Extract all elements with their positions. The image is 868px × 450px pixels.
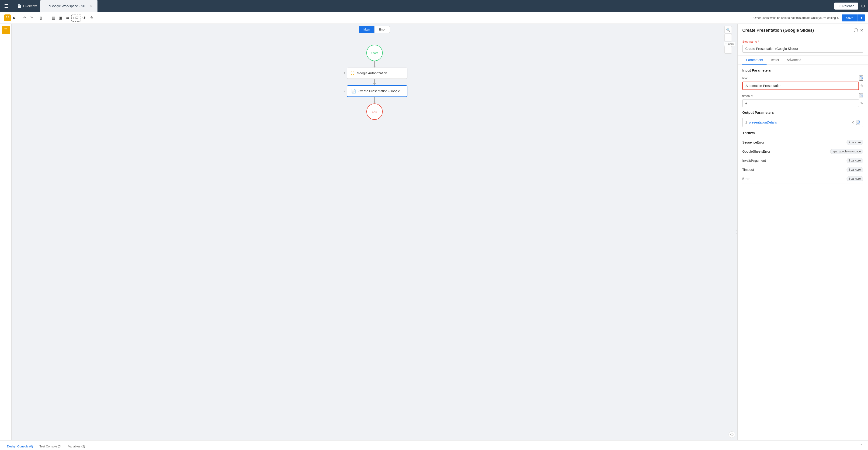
zoom-out-btn[interactable]: − bbox=[724, 46, 732, 54]
canvas-tabs: Main Error bbox=[359, 26, 390, 33]
throw-row: GoogleSheetsError irpa_googleworkspace bbox=[742, 147, 863, 156]
tab-parameters[interactable]: Parameters bbox=[742, 56, 767, 65]
panel-drag-handle[interactable] bbox=[735, 227, 737, 237]
swap-btn[interactable]: ⇄ bbox=[65, 14, 71, 21]
throws-section: Throws SequenceError irpa_core GoogleShe… bbox=[742, 131, 863, 184]
zoom-in-btn[interactable]: + bbox=[724, 34, 732, 41]
throw-badge: irpa_core bbox=[846, 140, 863, 145]
cut-btn[interactable]: □ bbox=[44, 15, 50, 21]
throw-badge: irpa_core bbox=[846, 176, 863, 181]
sidebar-btn-workflow[interactable]: ☷ bbox=[2, 26, 10, 34]
canvas-controls: 🔍 + ~ 100% − bbox=[724, 26, 735, 54]
output-item-value: presentationDetails bbox=[749, 121, 849, 124]
connector-1 bbox=[374, 61, 375, 66]
zoom-level: ~ 100% bbox=[724, 42, 735, 46]
upload-icon: ⇧ bbox=[838, 4, 841, 8]
toolbar-group-clipboard: ▯ □ ▤ ▣ ⇄ □▽ 👁 🗑 bbox=[37, 14, 97, 22]
workspace-icon: ☷ bbox=[44, 4, 47, 8]
bottom-tab-design[interactable]: Design Console (0) bbox=[4, 443, 36, 450]
canvas-tab-error[interactable]: Error bbox=[375, 26, 390, 33]
title-param-label-row: title: ⓘ bbox=[742, 75, 863, 81]
main-layout: ☷ Main Error 🔍 + ~ 100% − Start 1 bbox=[0, 24, 868, 440]
panel-info-btn[interactable]: ⓘ bbox=[854, 28, 858, 33]
eye-btn[interactable]: 👁 bbox=[81, 15, 88, 21]
step-name-input[interactable] bbox=[742, 45, 863, 53]
bottom-tabs: Design Console (0) Test Console (0) Vari… bbox=[0, 440, 868, 450]
output-params-section: Output Parameters 2 presentationDetails … bbox=[742, 110, 863, 127]
collapse-btn[interactable]: ⌃ bbox=[859, 442, 864, 449]
required-indicator: * bbox=[758, 40, 759, 43]
throw-name: GoogleSheetsError bbox=[742, 150, 770, 153]
title-param-input[interactable] bbox=[743, 82, 859, 90]
select-btn[interactable]: □▽ bbox=[71, 14, 81, 22]
tab-tester[interactable]: Tester bbox=[767, 56, 783, 65]
step2-node[interactable]: 📄 Create Presentation (Google... bbox=[347, 85, 407, 97]
step2-icon: 📄 bbox=[351, 89, 356, 94]
run-btn[interactable]: ▶ bbox=[11, 14, 17, 21]
toolbar-group-add: ☷ ▶ bbox=[3, 14, 19, 21]
copy-btn[interactable]: ▯ bbox=[38, 14, 43, 21]
output-item-num: 2 bbox=[745, 121, 747, 124]
toolbar-group-history: ↶ ↷ bbox=[20, 14, 36, 21]
canvas-info-btn[interactable]: ⓘ bbox=[728, 431, 735, 438]
paste-btn[interactable]: ▤ bbox=[50, 14, 57, 21]
arrow-3 bbox=[373, 102, 376, 103]
connector-2 bbox=[374, 79, 375, 84]
timeout-param-input[interactable] bbox=[742, 99, 859, 107]
step-name-label: Step name * bbox=[742, 40, 863, 43]
delete-btn[interactable]: 🗑 bbox=[88, 15, 95, 21]
undo-btn[interactable]: ↶ bbox=[21, 14, 28, 21]
input-params-title: Input Parameters bbox=[742, 68, 863, 72]
throw-row: Error irpa_core bbox=[742, 174, 863, 184]
tab-advanced[interactable]: Advanced bbox=[783, 56, 805, 65]
search-canvas-btn[interactable]: 🔍 bbox=[724, 26, 732, 34]
nav-tab-workspace[interactable]: ☷ *Google Workspace - Sli... ✕ bbox=[40, 0, 97, 12]
save-button[interactable]: Save bbox=[842, 14, 858, 22]
timeout-param-block: timeout: ⓘ ✎ bbox=[742, 93, 863, 107]
panel-header: Create Presentation (Google Slides) ⓘ ✕ bbox=[738, 24, 868, 37]
flow-step-1: 1 ☷ Google Authorization bbox=[342, 68, 407, 79]
top-nav: ☰ 📄 Overview ☷ *Google Workspace - Sli..… bbox=[0, 0, 868, 12]
drag-dot-3 bbox=[736, 233, 737, 234]
output-clear-btn[interactable]: ✕ bbox=[851, 120, 854, 125]
output-params-title: Output Parameters bbox=[742, 110, 863, 115]
frame-btn[interactable]: ▣ bbox=[57, 14, 64, 21]
bottom-tab-test-label: Test Console (0) bbox=[39, 445, 62, 448]
flow-container: Start 1 ☷ Google Authorization 2 📄 Creat… bbox=[12, 38, 737, 440]
timeout-param-label-row: timeout: ⓘ bbox=[742, 93, 863, 98]
panel-close-btn[interactable]: ✕ bbox=[860, 28, 863, 33]
redo-btn[interactable]: ↷ bbox=[28, 14, 34, 21]
step1-node[interactable]: ☷ Google Authorization bbox=[347, 68, 407, 79]
hamburger-menu[interactable]: ☰ bbox=[3, 2, 10, 10]
end-node[interactable]: End bbox=[366, 103, 383, 120]
add-activity-btn[interactable]: ☷ bbox=[4, 14, 11, 21]
title-param-block: title: ⓘ ✎ bbox=[742, 75, 863, 90]
arrow-2 bbox=[373, 84, 376, 85]
bottom-tab-test[interactable]: Test Console (0) bbox=[36, 443, 65, 450]
workspace-tab-label: *Google Workspace - Sli... bbox=[49, 4, 87, 8]
timeout-param-edit-btn[interactable]: ✎ bbox=[860, 101, 863, 105]
drag-dot-2 bbox=[736, 232, 737, 232]
throw-name: Timeout bbox=[742, 168, 754, 171]
title-param-info[interactable]: ⓘ bbox=[859, 75, 863, 81]
throw-row: SequenceError irpa_core bbox=[742, 138, 863, 147]
timeout-param-label: timeout: bbox=[742, 94, 753, 98]
step2-label: Create Presentation (Google... bbox=[359, 89, 403, 93]
throw-badge: irpa_core bbox=[846, 158, 863, 163]
timeout-param-input-row: ✎ bbox=[742, 99, 863, 107]
start-node[interactable]: Start bbox=[366, 45, 383, 61]
timeout-param-info[interactable]: ⓘ bbox=[859, 93, 863, 98]
nav-tab-overview[interactable]: 📄 Overview bbox=[13, 0, 40, 12]
overview-label: Overview bbox=[23, 4, 37, 8]
release-button[interactable]: ⇧ Release bbox=[834, 3, 858, 9]
save-dropdown-btn[interactable]: ▼ bbox=[858, 14, 865, 22]
title-param-edit-btn[interactable]: ✎ bbox=[860, 84, 863, 88]
close-tab-btn[interactable]: ✕ bbox=[89, 4, 94, 8]
canvas-tab-main[interactable]: Main bbox=[359, 26, 374, 33]
bottom-tab-variables[interactable]: Variables (2) bbox=[65, 443, 88, 450]
throw-badge: irpa_googleworkspace bbox=[830, 149, 863, 154]
drag-dot-1 bbox=[736, 230, 737, 231]
output-info-btn[interactable]: ⓘ bbox=[856, 120, 860, 125]
settings-button[interactable]: ⚙ bbox=[861, 3, 865, 9]
throws-title: Throws bbox=[742, 131, 863, 135]
